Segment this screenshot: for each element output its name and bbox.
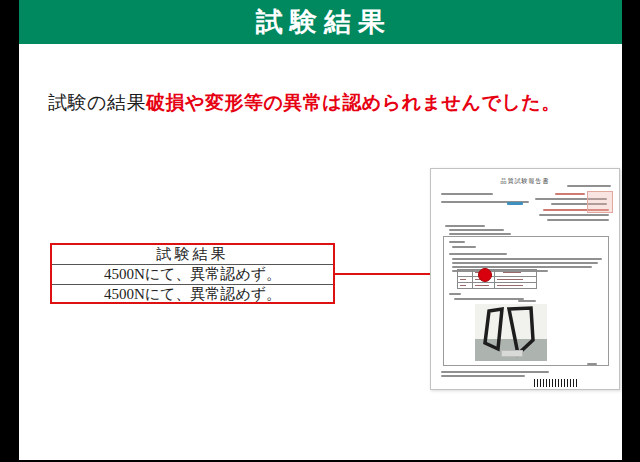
result-table-header: 試験結果	[52, 245, 333, 264]
slide-title-bar: 試験結果	[19, 0, 622, 44]
slide-title: 試験結果	[249, 4, 392, 40]
text-line	[449, 229, 504, 231]
text-line	[454, 298, 524, 300]
photo-label-plate	[501, 350, 523, 357]
text-line	[539, 214, 609, 216]
text-line	[441, 371, 549, 373]
company-stamp	[587, 191, 613, 213]
text-line	[449, 293, 461, 295]
lead-text: 試験の結果破損や変形等の異常は認められませんでした。	[48, 90, 561, 116]
text-line	[452, 262, 598, 264]
photo-caption-line	[518, 300, 536, 302]
result-table: 試験結果 4500Nにて、異常認めず。 4500Nにて、異常認めず。	[50, 243, 335, 304]
text-line	[445, 225, 485, 227]
test-specimen-left	[485, 309, 502, 349]
callout-marker	[478, 268, 492, 282]
table-cell	[472, 282, 494, 288]
table-cell	[458, 282, 472, 288]
letterbox-right	[622, 0, 640, 462]
text-line	[567, 185, 611, 187]
text-line	[449, 233, 511, 235]
text-line	[507, 202, 523, 205]
test-specimen-right	[509, 308, 533, 354]
report-document: 品質試験報告書	[430, 168, 620, 390]
report-body-box	[443, 236, 609, 366]
slide: 試験結果 試験の結果破損や変形等の異常は認められませんでした。 試験結果 450…	[19, 0, 622, 460]
result-table-row: 4500Nにて、異常認めず。	[52, 264, 333, 284]
text-line	[452, 258, 602, 260]
text-line	[452, 246, 476, 248]
text-line	[441, 193, 493, 195]
text-line	[547, 219, 609, 221]
lead-emphasis: 破損や変形等の異常は認められませんでした。	[146, 92, 561, 113]
table-cell	[494, 282, 536, 288]
text-line	[452, 266, 592, 268]
text-line	[441, 375, 525, 377]
text-line	[449, 241, 465, 243]
text-line	[555, 193, 585, 195]
test-photo	[475, 304, 547, 361]
page-number-line	[587, 363, 597, 365]
letterbox-left	[0, 0, 19, 462]
report-result-table	[457, 269, 537, 289]
result-table-row: 4500Nにて、異常認めず。	[52, 284, 333, 304]
lead-prefix: 試験の結果	[48, 92, 146, 113]
barcode	[534, 379, 578, 387]
text-line	[449, 253, 507, 255]
